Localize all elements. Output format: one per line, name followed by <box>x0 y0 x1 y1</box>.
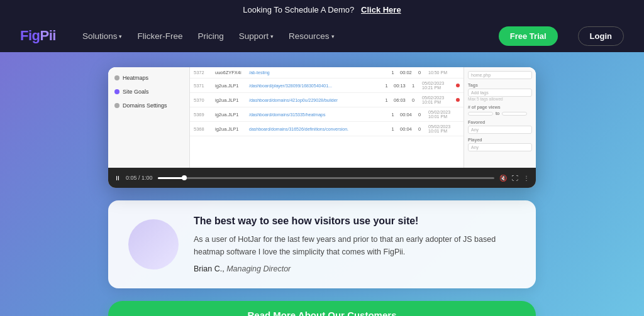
chevron-down-icon: ▾ <box>331 33 335 40</box>
more-options-icon[interactable]: ⋮ <box>523 175 530 182</box>
sidebar-site-goals: Site Goals <box>108 85 189 99</box>
site-goals-icon <box>114 89 119 94</box>
sidebar-heatmaps: Heatmaps <box>108 71 189 85</box>
announcement-link[interactable]: Click Here <box>361 5 401 14</box>
login-button[interactable]: Login <box>578 26 624 46</box>
table-row: 5372 uuo6ZYFX4i /ab-testing 1 00:02 0 10… <box>190 67 464 79</box>
testimonial-role: Managing Director <box>226 264 291 273</box>
navbar: FigPii Solutions ▾ Flicker-Free Pricing … <box>0 19 644 52</box>
table-row: 5369 ig2ua.JLP1 /dashboard/domains/31533… <box>190 107 464 122</box>
chevron-down-icon: ▾ <box>270 33 274 40</box>
video-controls: ⏸ 0:05 / 1:00 🔇 ⛶ ⋮ <box>108 168 536 188</box>
nav-links: Solutions ▾ Flicker-Free Pricing Support… <box>76 28 484 45</box>
nav-solutions[interactable]: Solutions ▾ <box>76 28 129 45</box>
main-content: Heatmaps Site Goals Domains Settings 537… <box>0 52 644 316</box>
screenshot-sidebar: Heatmaps Site Goals Domains Settings <box>108 67 190 168</box>
logo[interactable]: FigPii <box>20 28 56 44</box>
logo-fig: Fig <box>20 28 40 43</box>
played-select: Any <box>468 143 532 151</box>
video-player: Heatmaps Site Goals Domains Settings 537… <box>108 67 536 188</box>
play-pause-button[interactable]: ⏸ <box>114 175 121 182</box>
screenshot-right-panel: home.php Tags Add tags Max 5 tags allowe… <box>464 67 536 168</box>
progress-fill <box>158 177 185 179</box>
tags-input: Add tags <box>468 89 532 97</box>
cta-button[interactable]: Read More About Our Customers <box>108 301 536 316</box>
played-field: Played Any <box>468 138 532 151</box>
red-indicator <box>456 84 460 87</box>
video-time: 0:05 / 1:00 <box>126 175 153 181</box>
video-screenshot: Heatmaps Site Goals Domains Settings 537… <box>108 67 536 168</box>
red-indicator <box>456 98 460 102</box>
screenshot-table: 5372 uuo6ZYFX4i /ab-testing 1 00:02 0 10… <box>190 67 464 168</box>
tags-field: Tags Add tags Max 5 tags allowed <box>468 83 532 101</box>
page-views-max <box>502 112 527 116</box>
nav-flicker-free[interactable]: Flicker-Free <box>131 28 189 45</box>
chevron-down-icon: ▾ <box>119 33 122 40</box>
nav-support[interactable]: Support ▾ <box>233 28 280 45</box>
favored-field: Favored Any <box>468 120 532 134</box>
announcement-text: Looking To Schedule A Demo? <box>243 5 354 14</box>
testimonial-text: As a user of HotJar for the last few yea… <box>194 233 516 258</box>
testimonial-title: The best way to see how visitors use you… <box>194 215 516 227</box>
table-row: 5370 ig2ua.JLP1 /dashboard/domains/421op… <box>190 93 464 107</box>
logo-pii: Pii <box>40 28 56 43</box>
progress-dot <box>182 175 187 180</box>
nav-resources[interactable]: Resources ▾ <box>282 28 341 45</box>
progress-bar[interactable] <box>158 177 494 179</box>
testimonial-author: Brian C., Managing Director <box>194 264 516 273</box>
page-views-min <box>468 112 493 116</box>
testimonial-card: The best way to see how visitors use you… <box>108 200 536 288</box>
avatar <box>128 219 179 270</box>
heatmaps-icon <box>114 75 119 80</box>
fullscreen-icon[interactable]: ⛶ <box>512 175 518 182</box>
nav-pricing[interactable]: Pricing <box>191 28 230 45</box>
url-field: home.php <box>468 71 532 79</box>
free-trial-button[interactable]: Free Trial <box>499 26 558 46</box>
volume-icon[interactable]: 🔇 <box>499 175 507 182</box>
page-views-field: # of page views to <box>468 105 532 116</box>
table-row: 5368 ig2ua.JLP1 dashboard/domains/316526… <box>190 122 464 136</box>
favored-select: Any <box>468 126 532 134</box>
url-input: home.php <box>468 71 532 79</box>
table-row: 5371 ig2ua.JLP1 /dashboard/player/328099… <box>190 79 464 93</box>
domains-icon <box>114 103 119 108</box>
announcement-bar: Looking To Schedule A Demo? Click Here <box>0 0 644 19</box>
sidebar-domains-settings: Domains Settings <box>108 99 189 112</box>
testimonial-content: The best way to see how visitors use you… <box>194 215 516 273</box>
